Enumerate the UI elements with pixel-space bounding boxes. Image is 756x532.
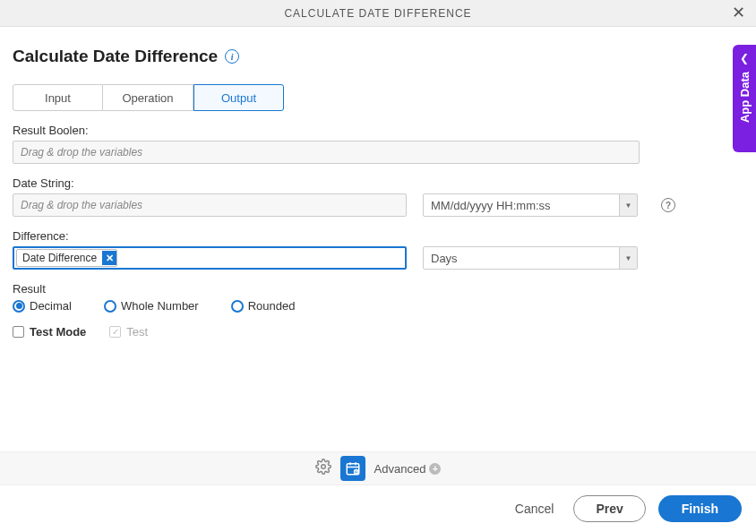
- page-title: Calculate Date Difference: [13, 47, 218, 66]
- footer: Cancel Prev Finish: [0, 485, 756, 532]
- page-title-row: Calculate Date Difference i: [13, 47, 743, 66]
- radio-label: Rounded: [248, 299, 296, 313]
- radio-icon: [104, 300, 116, 313]
- difference-input[interactable]: Date Difference ✕: [13, 246, 407, 270]
- placeholder-text: Drag & drop the variables: [21, 199, 142, 211]
- calendar-icon[interactable]: [340, 456, 365, 481]
- difference-label: Difference:: [13, 229, 743, 243]
- cancel-button[interactable]: Cancel: [508, 496, 562, 521]
- date-string-field: Date String: Drag & drop the variables M…: [13, 176, 743, 217]
- plus-icon: +: [429, 463, 441, 475]
- placeholder-text: Drag & drop the variables: [21, 146, 142, 159]
- date-format-value: MM/dd/yyyy HH:mm:ss: [424, 199, 619, 212]
- date-string-label: Date String:: [13, 176, 743, 190]
- radio-label: Whole Number: [121, 299, 199, 313]
- tab-input[interactable]: Input: [13, 84, 103, 111]
- gear-icon[interactable]: [315, 459, 331, 479]
- app-data-side-tab[interactable]: ❮ App Data: [733, 45, 756, 152]
- close-icon[interactable]: ✕: [732, 4, 745, 21]
- radio-icon: [13, 300, 25, 313]
- info-icon[interactable]: i: [225, 49, 239, 64]
- test-checkbox: ✓ Test: [109, 325, 148, 339]
- finish-button[interactable]: Finish: [658, 495, 742, 522]
- tab-operation[interactable]: Operation: [103, 84, 193, 111]
- date-string-input[interactable]: Drag & drop the variables: [13, 193, 407, 217]
- checkbox-label: Test Mode: [30, 325, 86, 339]
- dialog-header: CALCULATE DATE DIFFERENCE ✕: [0, 0, 756, 27]
- prev-button[interactable]: Prev: [573, 495, 645, 522]
- chip-label: Date Difference: [22, 252, 97, 264]
- radio-decimal[interactable]: Decimal: [13, 299, 72, 313]
- radio-icon: [231, 300, 244, 313]
- result-boolen-field: Result Boolen: Drag & drop the variables: [13, 124, 743, 164]
- date-format-select[interactable]: MM/dd/yyyy HH:mm:ss ▼: [423, 193, 638, 217]
- result-label: Result: [13, 282, 743, 296]
- checkbox-icon: [13, 326, 24, 338]
- radio-whole-number[interactable]: Whole Number: [104, 299, 199, 313]
- result-boolen-input[interactable]: Drag & drop the variables: [13, 141, 640, 164]
- bottom-toolbar: Advanced +: [0, 451, 756, 485]
- difference-chip: Date Difference ✕: [16, 249, 117, 267]
- checkbox-label: Test: [126, 325, 148, 339]
- test-mode-checkbox[interactable]: Test Mode: [13, 325, 86, 339]
- tab-bar: Input Operation Output: [13, 84, 743, 111]
- difference-unit-value: Days: [424, 252, 619, 265]
- chevron-left-icon: ❮: [740, 52, 749, 64]
- advanced-button[interactable]: Advanced +: [374, 462, 442, 476]
- help-icon[interactable]: ?: [661, 198, 675, 212]
- test-row: Test Mode ✓ Test: [13, 325, 743, 339]
- chevron-down-icon: ▼: [619, 194, 637, 216]
- radio-label: Decimal: [30, 299, 72, 313]
- result-boolen-label: Result Boolen:: [13, 124, 743, 137]
- side-tab-label: App Data: [738, 72, 752, 123]
- tab-output[interactable]: Output: [193, 84, 284, 111]
- chevron-down-icon: ▼: [619, 247, 637, 269]
- difference-field: Difference: Date Difference ✕ Days ▼: [13, 229, 743, 270]
- difference-unit-select[interactable]: Days ▼: [423, 246, 638, 270]
- radio-rounded[interactable]: Rounded: [231, 299, 296, 313]
- advanced-label: Advanced: [374, 462, 426, 476]
- dialog-title: CALCULATE DATE DIFFERENCE: [284, 7, 471, 20]
- svg-point-0: [321, 464, 325, 468]
- checkbox-icon: ✓: [109, 326, 121, 338]
- chip-remove-icon[interactable]: ✕: [102, 251, 116, 265]
- result-field: Result Decimal Whole Number Rounded: [13, 282, 743, 313]
